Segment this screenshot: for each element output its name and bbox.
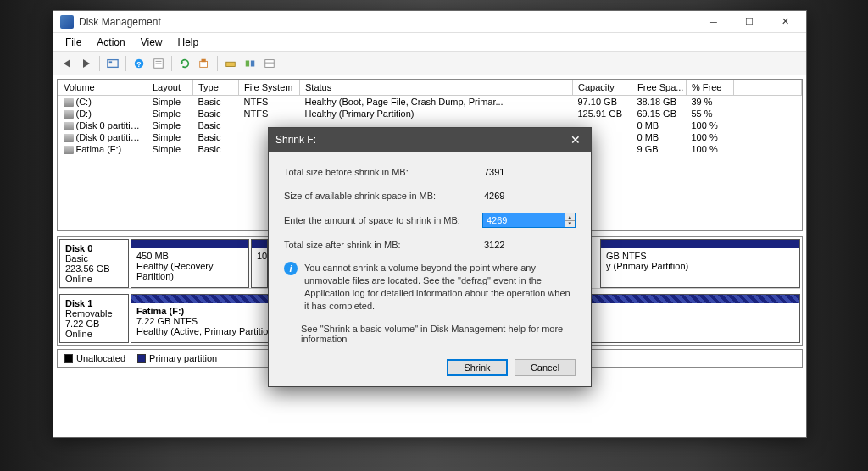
menu-help[interactable]: Help bbox=[171, 35, 206, 50]
window-title: Disk Management bbox=[79, 16, 696, 28]
volume-icon bbox=[64, 146, 74, 154]
col-type[interactable]: Type bbox=[193, 80, 239, 96]
avail-value bbox=[482, 189, 576, 202]
col-free[interactable]: Free Spa... bbox=[632, 80, 687, 96]
col-status[interactable]: Status bbox=[300, 80, 573, 96]
svg-rect-0 bbox=[108, 59, 118, 67]
svg-rect-12 bbox=[251, 60, 254, 66]
shrink-button[interactable]: Shrink bbox=[447, 359, 508, 376]
toolbar-icon[interactable] bbox=[242, 55, 259, 72]
svg-rect-11 bbox=[246, 60, 249, 66]
svg-rect-8 bbox=[200, 61, 208, 67]
disk1-label[interactable]: Disk 1 Removable 7.22 GB Online bbox=[59, 294, 129, 343]
svg-rect-13 bbox=[265, 59, 275, 67]
total-before-value bbox=[482, 165, 576, 179]
forward-button[interactable] bbox=[78, 55, 95, 72]
col-capacity[interactable]: Capacity bbox=[573, 80, 632, 96]
toolbar: ? bbox=[53, 52, 806, 75]
help-text: See "Shrink a basic volume" in Disk Mana… bbox=[301, 324, 576, 344]
disk0-label[interactable]: Disk 0 Basic 223.56 GB Online bbox=[59, 239, 129, 288]
svg-rect-1 bbox=[109, 61, 113, 63]
svg-rect-10 bbox=[226, 62, 236, 66]
col-fs[interactable]: File System bbox=[239, 80, 300, 96]
dialog-close-button[interactable]: ✕ bbox=[567, 131, 584, 148]
dialog-title: Shrink F: bbox=[275, 134, 567, 146]
partition[interactable]: 450 MB Healthy (Recovery Partition) bbox=[131, 239, 249, 288]
svg-rect-9 bbox=[202, 58, 206, 62]
volume-icon bbox=[64, 110, 74, 119]
col-blank[interactable] bbox=[734, 80, 802, 96]
toolbar-icon[interactable] bbox=[196, 55, 213, 72]
total-after-value bbox=[482, 238, 576, 252]
table-row[interactable]: (C:)SimpleBasicNTFSHealthy (Boot, Page F… bbox=[58, 96, 802, 108]
volume-icon bbox=[64, 122, 74, 130]
total-before-label: Total size before shrink in MB: bbox=[284, 167, 482, 177]
avail-label: Size of available shrink space in MB: bbox=[284, 191, 482, 201]
shrink-amount-input[interactable] bbox=[483, 213, 565, 227]
col-volume[interactable]: Volume bbox=[58, 80, 147, 96]
spin-up-button[interactable]: ▲ bbox=[565, 213, 575, 221]
amount-label: Enter the amount of space to shrink in M… bbox=[284, 215, 482, 225]
properties-icon[interactable] bbox=[150, 55, 167, 72]
close-button[interactable]: ✕ bbox=[767, 11, 803, 33]
menu-view[interactable]: View bbox=[134, 35, 170, 50]
menu-action[interactable]: Action bbox=[90, 35, 131, 50]
volume-icon bbox=[64, 98, 74, 107]
info-icon: i bbox=[284, 262, 298, 275]
toolbar-icon[interactable] bbox=[222, 55, 239, 72]
cancel-button[interactable]: Cancel bbox=[515, 359, 576, 376]
col-layout[interactable]: Layout bbox=[147, 80, 193, 96]
help-icon[interactable]: ? bbox=[131, 55, 147, 72]
titlebar[interactable]: Disk Management ─ ☐ ✕ bbox=[53, 11, 806, 33]
col-pct[interactable]: % Free bbox=[687, 80, 734, 96]
toolbar-icon[interactable] bbox=[104, 55, 121, 72]
partition[interactable]: GB NTFS y (Primary Partition) bbox=[600, 239, 800, 288]
app-icon bbox=[60, 15, 74, 29]
partition[interactable]: 10 bbox=[251, 239, 268, 288]
spin-down-button[interactable]: ▼ bbox=[565, 221, 575, 228]
toolbar-icon[interactable] bbox=[261, 55, 278, 72]
menubar: File Action View Help bbox=[53, 33, 806, 52]
back-button[interactable] bbox=[58, 55, 75, 72]
info-text: You cannot shrink a volume beyond the po… bbox=[304, 262, 576, 312]
minimize-button[interactable]: ─ bbox=[696, 11, 732, 33]
dialog-titlebar[interactable]: Shrink F: ✕ bbox=[269, 128, 591, 152]
refresh-icon[interactable] bbox=[176, 55, 193, 72]
menu-file[interactable]: File bbox=[58, 35, 88, 50]
volume-icon bbox=[64, 134, 74, 142]
table-row[interactable]: (D:)SimpleBasicNTFSHealthy (Primary Part… bbox=[58, 108, 802, 119]
total-after-label: Total size after shrink in MB: bbox=[284, 240, 482, 250]
svg-text:?: ? bbox=[136, 59, 141, 68]
maximize-button[interactable]: ☐ bbox=[732, 11, 767, 33]
shrink-dialog: Shrink F: ✕ Total size before shrink in … bbox=[268, 127, 592, 387]
